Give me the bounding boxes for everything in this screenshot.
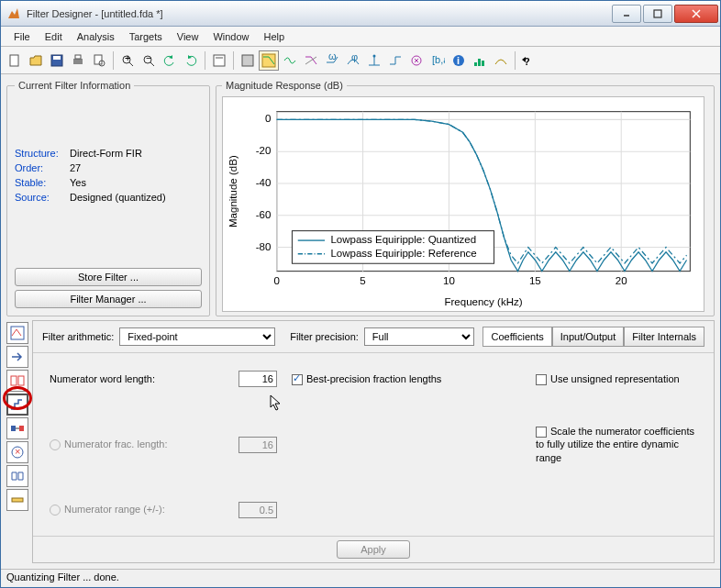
store-filter-button[interactable]: Store Filter ... — [15, 268, 202, 286]
import-filter-icon[interactable] — [6, 346, 28, 368]
window-title: Filter Designer - [untitled.fda *] — [27, 8, 610, 19]
svg-text:Frequency (kHz): Frequency (kHz) — [444, 296, 522, 307]
toolbar: + − ω φ [b,a] i ? — [1, 47, 720, 74]
matlab-icon — [6, 6, 21, 21]
phase-icon[interactable] — [280, 50, 300, 71]
menu-help[interactable]: Help — [257, 29, 293, 44]
svg-rect-1 — [654, 10, 661, 17]
filter-manager-button[interactable]: Filter Manager ... — [15, 290, 202, 308]
quantize-icon[interactable] — [6, 394, 28, 416]
num-frac-length-input — [238, 437, 277, 453]
menubar: File Edit Analysis Targets View Window H… — [1, 27, 720, 47]
source-label: Source: — [15, 192, 70, 203]
radio-icon — [50, 439, 61, 450]
apply-button: Apply — [337, 540, 410, 559]
polezero-icon[interactable] — [406, 50, 427, 71]
tab-filter-internals[interactable]: Filter Internals — [624, 327, 704, 347]
structure-value: Direct-Form FIR — [70, 148, 202, 159]
filter-info-legend: Current Filter Information — [15, 80, 134, 91]
side-toolbar: × — [6, 320, 30, 563]
group-delay-icon[interactable]: ω — [322, 50, 342, 71]
undo-icon[interactable] — [160, 50, 180, 71]
menu-edit[interactable]: Edit — [38, 29, 70, 44]
tab-coefficients[interactable]: Coefficients — [483, 327, 551, 347]
svg-text:+: + — [125, 53, 130, 63]
menu-view[interactable]: View — [170, 29, 206, 44]
menu-analysis[interactable]: Analysis — [70, 29, 122, 44]
stable-label: Stable: — [15, 177, 70, 188]
radio-icon — [50, 505, 61, 516]
maximize-button[interactable] — [643, 5, 672, 23]
unsigned-checkbox-wrap[interactable]: Use unsigned representation — [536, 373, 697, 385]
round-off-icon[interactable] — [491, 50, 511, 71]
transform-filter-icon[interactable] — [6, 465, 28, 487]
filter-arithmetic-select[interactable]: Fixed-point — [119, 327, 275, 346]
svg-rect-6 — [53, 56, 61, 60]
info-icon[interactable]: i — [449, 50, 469, 71]
scale-label: Scale the numerator coefficients to full… — [536, 426, 694, 463]
magnitude-plot[interactable]: 051015200-20-40-60-80Frequency (kHz)Magn… — [222, 96, 704, 312]
svg-text:ω: ω — [328, 53, 337, 61]
svg-text:-60: -60 — [256, 209, 272, 220]
svg-rect-32 — [474, 62, 477, 66]
magnitude-icon[interactable] — [259, 50, 279, 71]
magnitude-panel: Magnitude Response (dB) 051015200-20-40-… — [216, 80, 715, 316]
num-word-length-input[interactable] — [238, 371, 277, 387]
scale-checkbox-wrap[interactable]: Scale the numerator coefficients to full… — [536, 425, 697, 464]
best-precision-checkbox-wrap[interactable]: Best-precision fraction lengths — [292, 373, 530, 385]
checkbox-icon — [536, 427, 547, 438]
design-filter-icon[interactable] — [6, 322, 28, 344]
help-icon[interactable]: ? — [519, 50, 539, 71]
svg-rect-7 — [73, 59, 83, 64]
close-button[interactable] — [674, 5, 718, 23]
svg-rect-66 — [18, 376, 24, 385]
svg-text:Lowpass Equiripple: Reference: Lowpass Equiripple: Reference — [330, 248, 476, 259]
tab-input-output[interactable]: Input/Output — [552, 327, 625, 347]
print-preview-icon[interactable] — [89, 50, 109, 71]
step-icon[interactable] — [385, 50, 405, 71]
redo-icon[interactable] — [181, 50, 201, 71]
num-range-input — [238, 502, 277, 518]
filter-spec-icon[interactable] — [209, 50, 229, 71]
order-value: 27 — [70, 162, 202, 173]
print-icon[interactable] — [68, 50, 88, 71]
full-view-icon[interactable] — [238, 50, 258, 71]
magnitude-spec-icon[interactable] — [470, 50, 490, 71]
minimize-button[interactable] — [612, 5, 641, 23]
svg-text:20: 20 — [616, 275, 627, 286]
titlebar[interactable]: Filter Designer - [untitled.fda *] — [1, 1, 720, 27]
quantization-panel: Filter arithmetic: Fixed-point Filter pr… — [32, 320, 715, 563]
zoom-in-icon[interactable]: + — [117, 50, 138, 71]
save-icon[interactable] — [47, 50, 67, 71]
magnitude-legend: Magnitude Response (dB) — [222, 80, 347, 91]
open-icon[interactable] — [26, 50, 46, 71]
impulse-icon[interactable] — [364, 50, 384, 71]
svg-text:φ: φ — [351, 53, 358, 62]
xform-icon[interactable] — [6, 489, 28, 511]
svg-text:−: − — [146, 53, 151, 63]
menu-window[interactable]: Window — [205, 29, 256, 44]
phase-delay-icon[interactable]: φ — [343, 50, 363, 71]
filter-precision-select[interactable]: Full — [364, 327, 474, 346]
svg-text:5: 5 — [360, 275, 365, 286]
svg-rect-72 — [12, 498, 23, 502]
menu-targets[interactable]: Targets — [122, 29, 170, 44]
svg-point-25 — [373, 54, 376, 57]
num-frac-length-label: Numerator frac. length: — [64, 438, 168, 449]
svg-rect-65 — [11, 376, 17, 385]
realize-model-icon[interactable] — [6, 417, 28, 439]
structure-label: Structure: — [15, 148, 70, 159]
num-word-length-label: Numerator word length: — [50, 373, 233, 384]
svg-text:10: 10 — [443, 275, 455, 286]
multirate-icon[interactable] — [6, 370, 28, 392]
coefficients-icon[interactable]: [b,a] — [427, 50, 448, 71]
svg-text:0: 0 — [265, 114, 271, 125]
svg-text:Lowpass Equiripple: Quantized: Lowpass Equiripple: Quantized — [330, 234, 476, 245]
new-icon[interactable] — [5, 50, 25, 71]
mag-phase-icon[interactable] — [301, 50, 321, 71]
menu-file[interactable]: File — [6, 29, 38, 44]
zoom-out-icon[interactable]: − — [139, 50, 159, 71]
status-bar: Quantizing Filter ... done. — [1, 569, 720, 587]
polezero-editor-icon[interactable]: × — [6, 441, 28, 463]
svg-text:-80: -80 — [256, 241, 272, 252]
